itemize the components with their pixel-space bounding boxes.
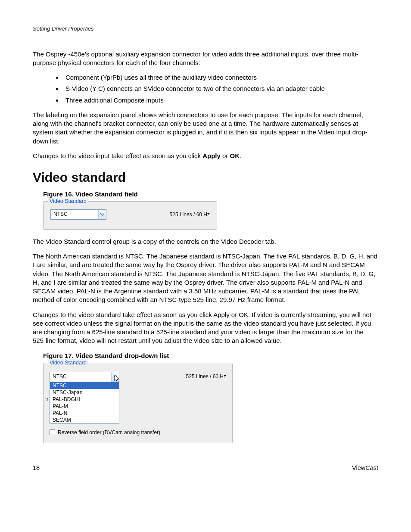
page-footer: 18 ViewCast xyxy=(33,464,378,473)
figure-caption: Figure 16. Video Standard field xyxy=(43,190,378,199)
reverse-field-order-checkbox[interactable]: Reverse field order (DVCam analog transf… xyxy=(50,429,226,436)
dropdown-option[interactable]: PAL-M xyxy=(50,403,119,410)
dropdown-option[interactable]: SECAM xyxy=(50,417,119,423)
chevron-down-icon[interactable] xyxy=(98,210,106,219)
chevron-down-icon[interactable] xyxy=(111,372,119,382)
dropdown-option[interactable]: NTSC-Japan xyxy=(50,389,119,396)
page-number: 18 xyxy=(33,464,40,473)
figure-16: Video Standard NTSC 525 Lines / 60 Hz xyxy=(43,201,378,230)
groupbox-legend: Video Standard xyxy=(48,359,88,367)
dropdown-value: NTSC xyxy=(51,210,98,219)
lines-hz-label: 525 Lines / 60 Hz xyxy=(170,211,210,218)
section-heading: Video standard xyxy=(33,169,378,187)
running-header: Setting Driver Properties xyxy=(33,25,378,33)
checkbox-icon[interactable] xyxy=(50,429,55,435)
dropdown-option[interactable]: PAL-BDGHI xyxy=(50,396,119,403)
figure-17: Video Standard Ir NTSC NTSC NTSC-Japan P… xyxy=(43,363,378,443)
checkbox-label: Reverse field order (DVCam analog transf… xyxy=(58,429,160,436)
video-standard-dropdown-open[interactable]: NTSC NTSC NTSC-Japan PAL-BDGHI PAL-M PAL… xyxy=(50,372,119,424)
body-paragraph: The Video Standard control group is a co… xyxy=(33,237,378,246)
text-run: or xyxy=(221,152,230,159)
figure-caption: Figure 17. Video Standard drop-down list xyxy=(43,352,378,360)
lines-hz-label: 525 Lines / 60 Hz xyxy=(186,373,226,380)
body-paragraph: Changes to the video standard take effec… xyxy=(33,311,378,345)
body-paragraph: Changes to the video input take effect a… xyxy=(33,152,378,160)
video-standard-dropdown[interactable]: NTSC xyxy=(50,209,106,220)
dropdown-list[interactable]: NTSC NTSC-Japan PAL-BDGHI PAL-M PAL-N SE… xyxy=(50,382,119,424)
dropdown-value: NTSC xyxy=(50,372,111,382)
body-paragraph: The North American standard is NTSC. The… xyxy=(33,252,378,305)
brand-name: ViewCast xyxy=(352,464,378,473)
connector-bullet-list: Component (YprPb) uses all three of the … xyxy=(33,73,378,105)
text-run: Changes to the video input take effect a… xyxy=(33,152,202,159)
truncated-label: Ir xyxy=(45,396,48,403)
list-item: S-Video (Y-C) connects an SVideo connect… xyxy=(63,84,378,93)
dropdown-option[interactable]: NTSC xyxy=(50,382,119,389)
list-item: Three additional Composite inputs xyxy=(63,96,378,105)
video-standard-groupbox-open: Video Standard Ir NTSC NTSC NTSC-Japan P… xyxy=(43,363,233,443)
bold-text: Apply xyxy=(202,152,221,159)
dropdown-option[interactable]: PAL-N xyxy=(50,410,119,417)
groupbox-legend: Video Standard xyxy=(48,198,88,205)
list-item: Component (YprPb) uses all three of the … xyxy=(63,73,378,82)
intro-paragraph: The Osprey -450e's optional auxiliary ex… xyxy=(33,50,378,68)
bold-text: OK xyxy=(230,152,240,159)
text-run: . xyxy=(240,152,241,159)
video-standard-groupbox: Video Standard NTSC 525 Lines / 60 Hz xyxy=(43,201,217,230)
body-paragraph: The labeling on the expansion panel show… xyxy=(33,111,378,146)
